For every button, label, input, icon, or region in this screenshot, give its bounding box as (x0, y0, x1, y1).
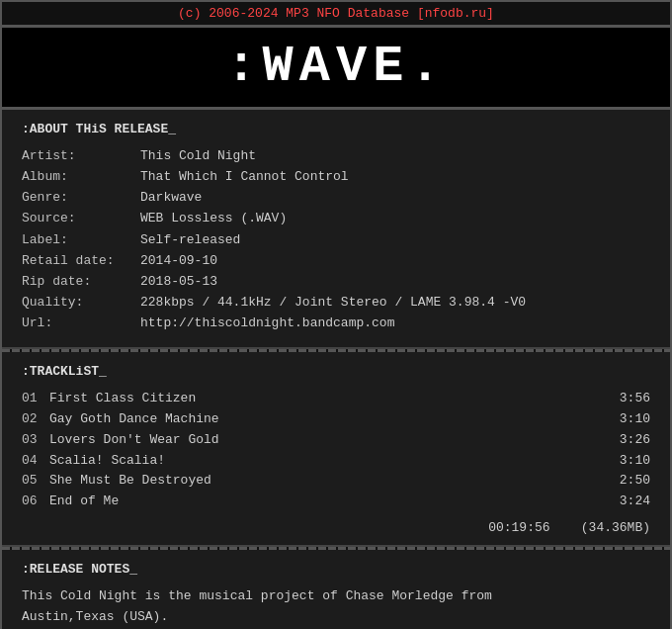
artist-value: This Cold Night (140, 146, 650, 166)
copyright-bar: (c) 2006-2024 MP3 NFO Database [nfodb.ru… (2, 2, 670, 25)
total-line: 00:19:56 (34.36MB) (22, 520, 650, 535)
track-row: 02 Gay Goth Dance Machine 3:10 (22, 409, 650, 430)
track-duration: 3:24 (620, 492, 650, 512)
release-notes-line2: Austin,Texas (USA). (22, 609, 168, 624)
track-left: 02 Gay Goth Dance Machine (22, 409, 219, 430)
track-duration: 3:10 (620, 451, 650, 472)
track-row: 03 Lovers Don't Wear Gold 3:26 (22, 430, 650, 451)
release-notes-text: This Cold Night is the musical project o… (22, 586, 650, 629)
track-name: She Must Be Destroyed (49, 471, 211, 492)
track-duration: 3:56 (620, 389, 650, 409)
track-duration: 2:50 (620, 471, 650, 492)
main-content: :ABOUT THiS RELEASE_ Artist: This Cold N… (2, 110, 670, 629)
artist-label: Artist: (22, 146, 140, 166)
retail-label: Retail date: (22, 251, 140, 271)
track-name: Lovers Don't Wear Gold (49, 430, 219, 451)
track-name: Scalia! Scalia! (49, 451, 165, 472)
rip-label: Rip date: (22, 272, 140, 292)
release-notes-section: :RELEASE NOTES_ This Cold Night is the m… (2, 550, 670, 629)
track-num: 06 (22, 492, 42, 512)
total-time: 00:19:56 (488, 520, 549, 535)
url-label: Url: (22, 314, 140, 333)
about-grid: Artist: This Cold Night Album: That Whic… (22, 146, 650, 333)
track-num: 02 (22, 409, 42, 430)
quality-value: 228kbps / 44.1kHz / Joint Stereo / LAME … (140, 293, 650, 313)
tracklist-section: :TRACKLiST_ 01 First Class Citizen 3:56 … (2, 352, 670, 547)
track-row: 05 She Must Be Destroyed 2:50 (22, 471, 650, 492)
genre-label: Genre: (22, 188, 140, 208)
tracklist-title: :TRACKLiST_ (22, 364, 650, 379)
track-name: First Class Citizen (49, 389, 196, 409)
album-value: That Which I Cannot Control (140, 167, 650, 187)
track-name: Gay Goth Dance Machine (49, 409, 219, 430)
source-value: WEB Lossless (.WAV) (140, 209, 650, 228)
track-num: 01 (22, 389, 42, 409)
track-left: 01 First Class Citizen (22, 389, 196, 409)
track-name: End of Me (49, 492, 119, 512)
label-value: Self-released (140, 230, 650, 250)
total-size: (34.36MB) (581, 520, 650, 535)
track-duration: 3:26 (620, 430, 650, 451)
quality-label: Quality: (22, 293, 140, 313)
track-left: 06 End of Me (22, 492, 119, 512)
track-row: 01 First Class Citizen 3:56 (22, 389, 650, 409)
track-num: 04 (22, 451, 42, 472)
release-notes-line1: This Cold Night is the musical project o… (22, 588, 492, 603)
track-left: 04 Scalia! Scalia! (22, 451, 165, 472)
retail-value: 2014-09-10 (140, 251, 650, 271)
track-num: 05 (22, 471, 42, 492)
logo-text: :WAVE. (12, 42, 660, 93)
release-notes-title: :RELEASE NOTES_ (22, 562, 650, 577)
source-label: Source: (22, 209, 140, 228)
about-title: :ABOUT THiS RELEASE_ (22, 122, 650, 136)
url-value: http://thiscoldnight.bandcamp.com (140, 314, 650, 333)
main-container: (c) 2006-2024 MP3 NFO Database [nfodb.ru… (0, 0, 672, 629)
genre-value: Darkwave (140, 188, 650, 208)
rip-value: 2018-05-13 (140, 272, 650, 292)
track-left: 03 Lovers Don't Wear Gold (22, 430, 219, 451)
track-left: 05 She Must Be Destroyed (22, 471, 211, 492)
track-row: 04 Scalia! Scalia! 3:10 (22, 451, 650, 472)
about-section: :ABOUT THiS RELEASE_ Artist: This Cold N… (2, 110, 670, 349)
tracklist-rows: 01 First Class Citizen 3:56 02 Gay Goth … (22, 389, 650, 512)
album-label: Album: (22, 167, 140, 187)
track-num: 03 (22, 430, 42, 451)
copyright-text: (c) 2006-2024 MP3 NFO Database [nfodb.ru… (178, 6, 494, 21)
logo-section: :WAVE. (2, 25, 670, 110)
track-row: 06 End of Me 3:24 (22, 492, 650, 512)
track-duration: 3:10 (620, 409, 650, 430)
label-label: Label: (22, 230, 140, 250)
